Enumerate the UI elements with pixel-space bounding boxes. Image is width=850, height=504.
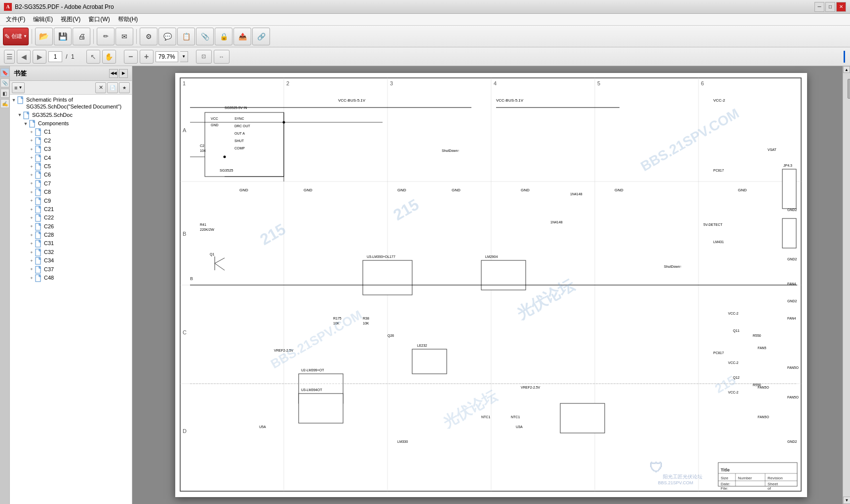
comp-label: C3 (44, 145, 51, 153)
svg-text:3: 3 (390, 80, 393, 86)
menu-edit[interactable]: 编辑(E) (29, 14, 57, 25)
separator-2 (93, 29, 94, 44)
right-scrollbar[interactable]: ▲ ▼ (843, 66, 850, 504)
comp-label: C5 (44, 163, 51, 170)
tree-components[interactable]: ▼ Components (10, 119, 132, 128)
email-button[interactable]: ✉ (116, 28, 133, 45)
select-tool-button[interactable]: ↖ (86, 50, 100, 64)
print-button[interactable]: 🖨 (73, 28, 90, 45)
prev-page-button[interactable]: ◀ (17, 50, 31, 64)
menu-window[interactable]: 窗口(W) (84, 14, 114, 25)
share-button[interactable]: 🔗 (252, 28, 270, 45)
expand-button[interactable]: ▶ (119, 69, 128, 78)
minimize-btn[interactable]: ─ (814, 2, 824, 12)
scroll-down-button[interactable]: ▼ (843, 497, 850, 504)
comp-label: C21 (44, 206, 54, 213)
svg-rect-68 (481, 260, 526, 290)
sidebar: 书签 ◀◀ ▶ ≡ ▼ ✕ 📄 ★ ▼ (10, 66, 132, 504)
tree-sg3525-doc[interactable]: ▼ SG3525.SchDoc (10, 111, 132, 119)
bookmark-properties-button[interactable]: 📄 (107, 82, 118, 93)
zoom-in-button[interactable]: + (140, 50, 154, 64)
save-button[interactable]: 💾 (54, 28, 72, 45)
sidebar-header: 书签 ◀◀ ▶ (10, 66, 132, 81)
tree-component-c48[interactable]: + C48 (10, 274, 132, 282)
svg-text:FAN5O: FAN5O (787, 366, 799, 369)
zoom-dropdown-button[interactable]: ▼ (180, 51, 188, 62)
menu-view[interactable]: 视图(V) (57, 14, 84, 25)
tree-component-c1[interactable]: + C1 (10, 128, 132, 136)
tree-component-c8[interactable]: + C8 (10, 188, 132, 196)
tree-component-c4[interactable]: + C4 (10, 154, 132, 162)
comp-label: C28 (44, 231, 54, 239)
tree-component-c22[interactable]: + C22 (10, 214, 132, 222)
comp-label: C7 (44, 180, 51, 187)
tree-component-c28[interactable]: + C28 (10, 231, 132, 239)
layers-panel-icon[interactable]: ◧ (0, 89, 9, 98)
tree-component-c2[interactable]: + C2 (10, 137, 132, 145)
edit-button[interactable]: ✏ (97, 28, 115, 45)
tree-component-c34[interactable]: + C34 (10, 256, 132, 265)
scroll-thumb[interactable] (848, 79, 850, 99)
svg-text:FAN5O: FAN5O (758, 415, 770, 419)
scroll-up-button[interactable]: ▲ (843, 66, 850, 73)
svg-text:LM431: LM431 (713, 240, 724, 244)
tree-component-c37[interactable]: + C37 (10, 265, 132, 274)
fit-page-button[interactable]: ⊡ (196, 50, 212, 64)
svg-rect-112 (782, 169, 796, 209)
tree-root[interactable]: ▼ Schematic Prints of SG3525.SchDoc("Sel… (10, 96, 132, 111)
menu-file[interactable]: 文件(F) (2, 14, 29, 25)
create-button[interactable]: ✎ 创建 ▼ (3, 28, 29, 45)
menu-help[interactable]: 帮助(H) (114, 14, 142, 25)
svg-text:FAN4: FAN4 (787, 317, 796, 320)
bookmark-options-dropdown[interactable]: ≡ ▼ (12, 82, 25, 93)
attach-button[interactable]: 📎 (196, 28, 214, 45)
comp-label: C1 (44, 128, 51, 136)
tree-component-c21[interactable]: + C21 (10, 205, 132, 214)
svg-text:1N4148: 1N4148 (570, 192, 582, 196)
open-button[interactable]: 📂 (35, 28, 53, 45)
page-number-input[interactable] (48, 51, 62, 62)
highlight-bookmark-button[interactable]: ★ (119, 82, 130, 93)
prev-icon: ◀ (21, 53, 27, 61)
fit-width-button[interactable]: ↔ (214, 50, 230, 64)
delete-bookmark-button[interactable]: ✕ (95, 82, 106, 93)
comp-expand-icon: + (29, 189, 35, 196)
tree-component-c6[interactable]: + C6 (10, 171, 132, 179)
export-button[interactable]: 📤 (233, 28, 251, 45)
tree-component-c9[interactable]: + C9 (10, 197, 132, 205)
svg-text:C2: C2 (200, 144, 204, 147)
root-page-icon (17, 97, 25, 104)
svg-text:GND: GND (239, 188, 248, 192)
tree-component-c7[interactable]: + C7 (10, 180, 132, 188)
svg-text:R550: R550 (753, 334, 761, 337)
security-button[interactable]: 🔒 (215, 28, 232, 45)
hand-tool-button[interactable]: ✋ (102, 50, 116, 64)
maximize-btn[interactable]: □ (825, 2, 835, 12)
attachments-panel-icon[interactable]: 📎 (0, 78, 9, 87)
svg-text:VCC-BUS-5.1V: VCC-BUS-5.1V (496, 98, 524, 103)
bookmarks-panel-icon[interactable]: 🔖 (0, 68, 9, 77)
comp-page-icon (35, 240, 42, 247)
panel-toggle-button[interactable]: ☰ (4, 50, 15, 64)
svg-text:Sheet: Sheet (768, 482, 778, 486)
collapse-all-button[interactable]: ◀◀ (109, 69, 118, 78)
tree-component-c32[interactable]: + C32 (10, 248, 132, 256)
signatures-panel-icon[interactable]: ✍ (0, 99, 9, 108)
tree-component-c3[interactable]: + C3 (10, 145, 132, 153)
form-button[interactable]: 📋 (177, 28, 195, 45)
svg-text:U5A: U5A (259, 425, 266, 429)
svg-text:VCC-2: VCC-2 (728, 391, 738, 394)
svg-rect-97 (412, 349, 447, 374)
next-page-button[interactable]: ▶ (33, 50, 46, 64)
zoom-level-input[interactable] (155, 51, 178, 62)
svg-text:VREF2-2.5V: VREF2-2.5V (521, 386, 541, 389)
comment-button[interactable]: 💬 (158, 28, 176, 45)
close-btn[interactable]: ✕ (836, 2, 846, 12)
tree-component-c5[interactable]: + C5 (10, 162, 132, 171)
zoom-out-button[interactable]: − (124, 50, 138, 64)
settings-button[interactable]: ⚙ (140, 28, 157, 45)
tree-component-c31[interactable]: + C31 (10, 239, 132, 248)
open-icon: 📂 (39, 32, 49, 41)
svg-text:1N4148: 1N4148 (550, 220, 563, 224)
tree-component-c26[interactable]: + C26 (10, 222, 132, 231)
